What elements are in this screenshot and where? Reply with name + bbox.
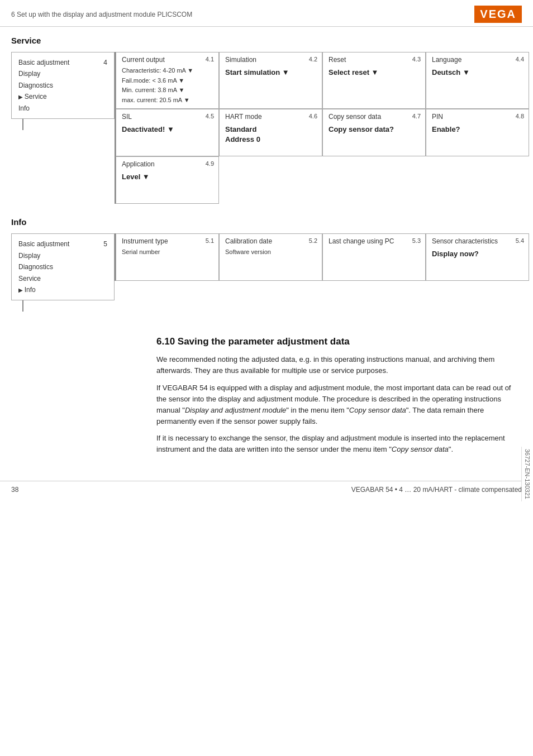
info-menu-item-info: Info xyxy=(18,284,107,295)
subline-characteristic: Characteristic: 4-20 mA ▼ xyxy=(122,66,213,76)
cell-title-49: Application xyxy=(122,160,213,168)
cell-title-47: Copy sensor data xyxy=(329,113,420,121)
menu-item-service: Service xyxy=(18,91,107,102)
cell-title-54: Sensor characteristics xyxy=(432,237,523,245)
cell-sublines-51: Serial number xyxy=(122,247,213,257)
service-cells-row3: 4.9 Application Level ▼ xyxy=(116,156,529,204)
cell-num-46: 4.6 xyxy=(309,113,317,119)
cell-value-47: Copy sensor data? xyxy=(329,125,420,133)
vega-logo: VEGA xyxy=(474,6,522,23)
info-diagram: Basic adjustment 5 Display Diagnostics S… xyxy=(11,233,522,312)
menu-item-info: Info xyxy=(18,103,107,114)
v-connector-service xyxy=(22,119,23,130)
page-header: 6 Set up with the display and adjustment… xyxy=(0,0,533,27)
side-number: 36727-EN-130321 xyxy=(521,447,533,501)
cell-title-41: Current output xyxy=(122,56,213,64)
info-menu-tree: Basic adjustment 5 Display Diagnostics S… xyxy=(11,233,115,300)
info-cells-row1: 5.1 Instrument type Serial number 5.2 Ca… xyxy=(116,233,529,281)
cell-title-43: Reset xyxy=(329,56,420,64)
service-section: Service Basic adjustment 4 Display Diagn… xyxy=(11,36,522,204)
info-section: Info Basic adjustment 5 Display Diagnost… xyxy=(11,217,522,312)
subline-maxcurrent: max. current: 20.5 mA ▼ xyxy=(122,95,213,106)
service-title: Service xyxy=(11,36,522,45)
cell-num-45: 4.5 xyxy=(206,113,214,119)
cell-value-46: Standard Address 0 xyxy=(225,125,316,143)
text-heading: 6.10 Saving the parameter adjustment dat… xyxy=(156,336,522,347)
cell-value-54: Display now? xyxy=(432,250,523,258)
hart-standard: Standard xyxy=(225,125,256,133)
text-para-1: We recommended noting the adjusted data,… xyxy=(156,354,522,376)
cell-num-43: 4.3 xyxy=(412,56,421,63)
cell-simulation: 4.2 Simulation Start simulation ▼ xyxy=(219,52,322,109)
cell-pin: 4.8 PIN Enable? xyxy=(426,109,529,156)
cell-instrument-type: 5.1 Instrument type Serial number xyxy=(116,233,219,281)
subline-software: Software version xyxy=(225,247,316,257)
cell-value-43: Select reset ▼ xyxy=(329,68,420,76)
service-cells-row1: 4.1 Current output Characteristic: 4-20 … xyxy=(116,52,529,109)
cell-value-49: Level ▼ xyxy=(122,173,213,181)
info-cells-container: 5.1 Instrument type Serial number 5.2 Ca… xyxy=(115,233,529,281)
cell-num-48: 4.8 xyxy=(516,113,524,119)
page-footer: 38 VEGABAR 54 • 4 … 20 mA/HART - climate… xyxy=(0,481,533,498)
cell-sil: 4.5 SIL Deactivated! ▼ xyxy=(116,109,219,156)
cell-title-51: Instrument type xyxy=(122,237,213,245)
footer-page-number: 38 xyxy=(11,486,18,494)
cell-num-47: 4.7 xyxy=(412,113,421,119)
page-content: Service Basic adjustment 4 Display Diagn… xyxy=(0,27,533,475)
cell-num-54: 5.4 xyxy=(516,237,524,244)
subline-failmode: Fail.mode: < 3.6 mA ▼ xyxy=(122,76,213,86)
text-para-2: If VEGABAR 54 is equipped with a display… xyxy=(156,382,522,428)
info-menu-item-display: Display xyxy=(18,250,107,261)
cell-title-53: Last change using PC xyxy=(329,237,420,245)
info-menu-item-basic: Basic adjustment 5 xyxy=(18,238,107,250)
cell-title-44: Language xyxy=(432,56,523,64)
v-connector-info xyxy=(22,300,23,312)
cell-current-output: 4.1 Current output Characteristic: 4-20 … xyxy=(116,52,219,109)
cell-num-51: 5.1 xyxy=(206,237,214,244)
info-menu-item-diagnostics: Diagnostics xyxy=(18,261,107,272)
cell-num-44: 4.4 xyxy=(516,56,524,63)
cell-value-45: Deactivated! ▼ xyxy=(122,125,213,133)
cell-value-44: Deutsch ▼ xyxy=(432,68,523,76)
cell-sublines-41: Characteristic: 4-20 mA ▼ Fail.mode: < 3… xyxy=(122,66,213,105)
info-menu-item-service: Service xyxy=(18,273,107,284)
cell-num-42: 4.2 xyxy=(309,56,317,63)
menu-item-display: Display xyxy=(18,68,107,79)
service-cells-container: 4.1 Current output Characteristic: 4-20 … xyxy=(115,52,529,204)
header-title: 6 Set up with the display and adjustment… xyxy=(11,11,192,18)
subline-serial: Serial number xyxy=(122,247,213,257)
service-diagram: Basic adjustment 4 Display Diagnostics S… xyxy=(11,52,522,204)
cell-calibration-date: 5.2 Calibration date Software version xyxy=(219,233,322,281)
text-para-3: If it is necessary to exchange the senso… xyxy=(156,433,522,455)
cell-value-48: Enable? xyxy=(432,125,523,133)
cell-title-52: Calibration date xyxy=(225,237,316,245)
info-title: Info xyxy=(11,217,522,227)
cell-title-48: PIN xyxy=(432,113,523,121)
cell-copy-sensor: 4.7 Copy sensor data Copy sensor data? xyxy=(322,109,426,156)
cell-hart-mode: 4.6 HART mode Standard Address 0 xyxy=(219,109,322,156)
subline-mincurrent: Min. current: 3.8 mA ▼ xyxy=(122,85,213,95)
menu-item-basic: Basic adjustment 4 xyxy=(18,57,107,68)
logo-text: VEGA xyxy=(474,6,522,23)
cell-num-53: 5.3 xyxy=(412,237,421,244)
cell-num-41: 4.1 xyxy=(206,56,214,63)
cell-value-42: Start simulation ▼ xyxy=(225,68,316,76)
service-cells-row2: 4.5 SIL Deactivated! ▼ 4.6 HART mode Sta… xyxy=(116,109,529,156)
cell-application: 4.9 Application Level ▼ xyxy=(116,156,219,204)
menu-item-diagnostics: Diagnostics xyxy=(18,80,107,91)
cell-sublines-52: Software version xyxy=(225,247,316,257)
cell-title-45: SIL xyxy=(122,113,213,121)
text-section: 6.10 Saving the parameter adjustment dat… xyxy=(11,325,522,466)
hart-address: Address 0 xyxy=(225,135,260,143)
cell-language: 4.4 Language Deutsch ▼ xyxy=(426,52,529,109)
cell-num-52: 5.2 xyxy=(309,237,317,244)
service-menu-tree: Basic adjustment 4 Display Diagnostics S… xyxy=(11,52,115,119)
cell-title-46: HART mode xyxy=(225,113,316,121)
cell-last-change: 5.3 Last change using PC xyxy=(322,233,426,281)
cell-sensor-characteristics: 5.4 Sensor characteristics Display now? xyxy=(426,233,529,281)
footer-product: VEGABAR 54 • 4 … 20 mA/HART - climate co… xyxy=(351,486,522,494)
cell-title-42: Simulation xyxy=(225,56,316,64)
cell-reset: 4.3 Reset Select reset ▼ xyxy=(322,52,426,109)
cell-num-49: 4.9 xyxy=(206,160,214,167)
